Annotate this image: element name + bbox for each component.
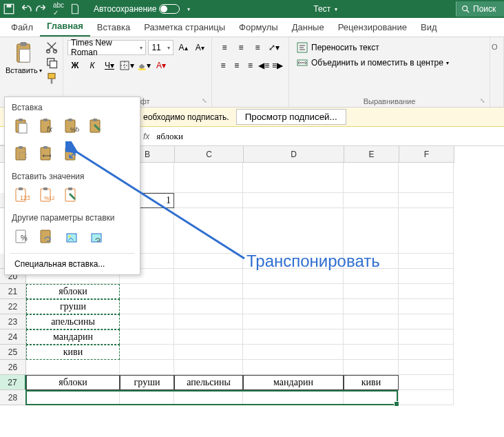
paste-link-button[interactable] [35, 225, 57, 247]
underline-button[interactable]: Ч▾ [102, 58, 117, 73]
tab-file[interactable]: Файл [4, 18, 40, 37]
row-header[interactable]: 23 [0, 314, 26, 329]
format-painter-button[interactable] [45, 72, 59, 85]
decrease-indent-button[interactable]: ◀≡ [257, 58, 271, 73]
row-header[interactable]: 24 [0, 329, 26, 345]
font-size-combo[interactable]: 11 [148, 40, 174, 55]
align-top-button[interactable]: ≡ [216, 40, 233, 55]
paste-heading: Вставка [8, 100, 137, 114]
svg-rect-23 [43, 119, 48, 121]
svg-rect-11 [48, 74, 55, 79]
paste-keep-column-widths-button[interactable] [35, 143, 57, 165]
svg-rect-5 [21, 42, 27, 46]
align-bottom-button[interactable]: ≡ [249, 40, 266, 55]
col-header[interactable]: D [244, 146, 344, 163]
cell[interactable]: груши [120, 375, 174, 390]
paste-all-button[interactable] [10, 115, 32, 137]
view-signatures-button[interactable]: Просмотр подписей... [236, 109, 346, 125]
paste-values-number-format-button[interactable]: %123 [35, 184, 57, 206]
increase-font-button[interactable]: A▴ [176, 40, 190, 55]
alignment-group-label: Выравнивание [293, 96, 485, 105]
svg-line-3 [467, 10, 470, 13]
search-icon [461, 4, 470, 14]
svg-rect-34 [43, 146, 48, 149]
tab-insert[interactable]: Вставка [90, 18, 137, 37]
svg-rect-10 [50, 61, 56, 68]
dropdown-icon[interactable]: ▾ [182, 3, 195, 15]
align-center-button[interactable]: ≡ [230, 58, 244, 73]
align-middle-button[interactable]: ≡ [233, 40, 249, 55]
svg-rect-47 [41, 230, 50, 243]
svg-rect-38 [19, 187, 23, 190]
wrap-text-button[interactable]: Переносить текст [293, 40, 485, 55]
col-header[interactable]: E [344, 146, 399, 163]
cut-button[interactable] [45, 40, 59, 54]
svg-rect-6 [20, 49, 30, 62]
paste-no-borders-button[interactable] [10, 143, 32, 165]
search-box[interactable]: Поиск [456, 1, 504, 17]
svg-line-51 [75, 151, 244, 258]
bold-button[interactable]: Ж [67, 58, 83, 73]
cell[interactable]: киви [26, 345, 120, 360]
orientation-button[interactable]: ⤢▾ [266, 40, 282, 55]
tab-page-layout[interactable]: Разметка страницы [137, 18, 232, 37]
font-group-launcher[interactable]: ⤡ [202, 97, 209, 104]
cell[interactable]: яблоки [26, 284, 120, 299]
merge-center-button[interactable]: Объединить и поместить в центре ▾ [293, 55, 485, 70]
redo-icon[interactable] [36, 3, 48, 15]
row-header[interactable]: 28 [0, 390, 26, 405]
svg-rect-20 [19, 119, 23, 121]
row-header[interactable]: 27 [0, 375, 26, 390]
font-color-button[interactable]: A▾ [154, 58, 169, 73]
cell[interactable]: мандарин [26, 329, 120, 345]
tab-formulas[interactable]: Формулы [232, 18, 285, 37]
paste-formatting-button[interactable]: % [10, 225, 32, 247]
fill-color-button[interactable]: ▾ [136, 58, 151, 73]
tab-data[interactable]: Данные [285, 18, 331, 37]
row-header[interactable]: 26 [0, 360, 26, 375]
row-header[interactable]: 25 [0, 345, 26, 360]
paste-keep-source-formatting-button[interactable] [85, 115, 107, 137]
paste-formulas-button[interactable]: fx [35, 115, 57, 137]
svg-text:%fx: %fx [70, 126, 79, 133]
tab-view[interactable]: Вид [414, 18, 444, 37]
paste-button[interactable]: Вставить▾ [4, 40, 43, 85]
save-icon[interactable] [3, 3, 15, 15]
increase-indent-button[interactable]: ≡▶ [271, 58, 284, 73]
cell[interactable]: мандарин [243, 375, 344, 390]
svg-rect-16 [138, 68, 146, 70]
cell[interactable]: груши [26, 299, 120, 314]
ribbon-tabs: Файл Главная Вставка Разметка страницы Ф… [0, 18, 504, 37]
font-name-combo[interactable]: Times New Roman [67, 40, 146, 55]
file-icon[interactable] [69, 3, 81, 15]
undo-icon[interactable] [19, 3, 32, 15]
decrease-font-button[interactable]: A▾ [193, 40, 207, 55]
signature-message-text: еобходимо подписать. [143, 112, 229, 122]
italic-button[interactable]: К [85, 58, 100, 73]
wrap-merge-group: Переносить текст Объединить и поместить … [289, 37, 490, 107]
cell[interactable]: яблоки [26, 375, 120, 390]
cell[interactable]: киви [344, 375, 399, 390]
title-dropdown-icon[interactable]: ▾ [335, 6, 337, 12]
align-left-button[interactable]: ≡ [216, 58, 230, 73]
paste-values-button[interactable]: 123 [10, 184, 32, 206]
row-header[interactable]: 22 [0, 299, 26, 314]
annotation-arrow [65, 141, 251, 265]
cell[interactable]: апельсины [26, 314, 120, 329]
tab-review[interactable]: Рецензирование [331, 18, 414, 37]
copy-button[interactable] [45, 56, 59, 70]
formula-value[interactable]: яблоки [156, 131, 183, 142]
svg-rect-12 [50, 79, 52, 84]
align-right-button[interactable]: ≡ [244, 58, 258, 73]
borders-button[interactable]: ▾ [119, 58, 134, 73]
titlebar: abc✓ Автосохранение ▾ Тест ▾ Поиск [0, 0, 504, 18]
autosave-toggle[interactable] [159, 4, 180, 14]
paste-formulas-number-format-button[interactable]: %fx [60, 115, 82, 137]
tab-home[interactable]: Главная [40, 17, 90, 37]
row-header[interactable]: 21 [0, 284, 26, 299]
alignment-group-launcher[interactable]: ⤡ [480, 97, 487, 104]
col-header[interactable]: F [399, 146, 454, 163]
number-group-partial: О [490, 37, 504, 107]
cell[interactable]: апельсины [174, 375, 243, 390]
spellcheck-icon[interactable]: abc✓ [52, 3, 65, 15]
